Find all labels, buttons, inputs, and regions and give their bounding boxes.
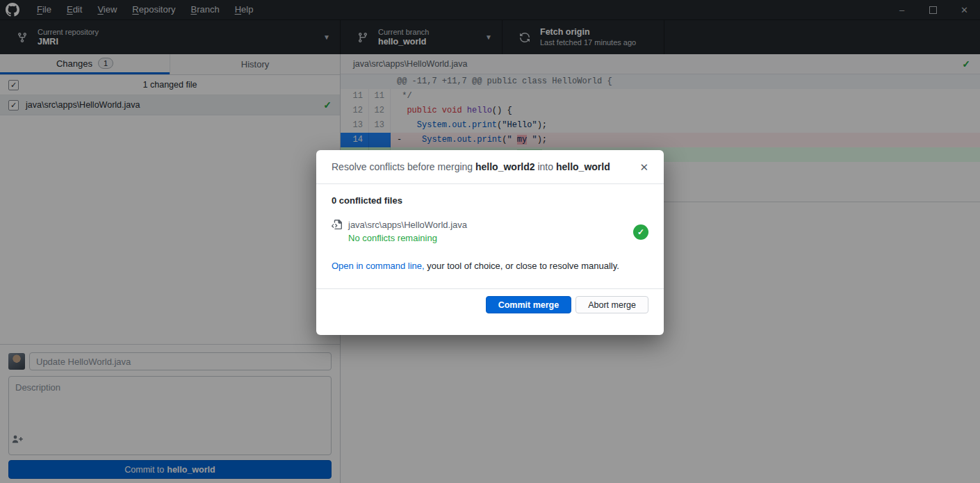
dialog-file-status: No conflicts remaining (348, 232, 467, 244)
source-branch-name: hello_world2 (475, 161, 535, 172)
open-command-line-link[interactable]: Open in command line, (332, 261, 425, 271)
github-desktop-window: FileEditViewRepositoryBranchHelp – ✕ Cur… (0, 0, 980, 483)
resolve-conflicts-dialog: Resolve conflicts before merging hello_w… (316, 150, 664, 335)
dialog-header: Resolve conflicts before merging hello_w… (316, 150, 664, 184)
dialog-footer: Commit merge Abort merge (316, 288, 664, 327)
dialog-body: 0 conflicted files java\src\apps\HelloWo… (316, 184, 664, 288)
commit-merge-button[interactable]: Commit merge (486, 296, 572, 313)
target-branch-name: hello_world (556, 161, 610, 172)
dialog-file-path: java\src\apps\HelloWorld.java (348, 219, 467, 231)
resolved-check-badge: ✓ (633, 224, 648, 240)
dialog-file-item: java\src\apps\HelloWorld.java No conflic… (332, 219, 648, 244)
conflicted-files-count: 0 conflicted files (332, 195, 648, 206)
dialog-hint: Open in command line, your tool of choic… (332, 261, 648, 271)
abort-merge-button[interactable]: Abort merge (575, 296, 648, 313)
dialog-title: Resolve conflicts before merging hello_w… (332, 161, 610, 172)
file-code-icon (332, 220, 342, 244)
dialog-close-icon[interactable]: ✕ (639, 162, 648, 172)
